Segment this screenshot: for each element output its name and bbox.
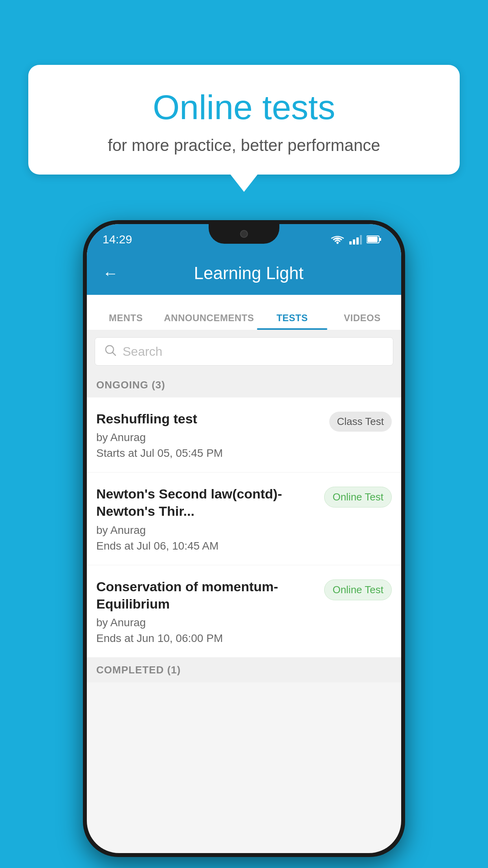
test-date-3: Ends at Jun 10, 06:00 PM [96,632,316,645]
ongoing-label: ONGOING (3) [96,379,165,391]
svg-rect-1 [349,241,352,245]
svg-line-9 [113,353,116,355]
svg-rect-6 [380,238,381,241]
phone-screen: 14:29 [87,224,401,853]
promo-subtitle: for more practice, better performance [48,136,440,155]
test-badge-2: Online Test [324,487,392,508]
test-list: Reshuffling test by Anurag Starts at Jul… [87,397,401,658]
tab-announcements[interactable]: ANNOUNCEMENTS [161,313,257,330]
signal-icon [349,234,362,245]
completed-section-header: COMPLETED (1) [87,658,401,682]
phone-mockup: 14:29 [83,220,405,857]
status-time: 14:29 [103,233,132,246]
test-item-3[interactable]: Conservation of momentum-Equilibrium by … [87,565,401,658]
test-title-2: Newton's Second law(contd)-Newton's Thir… [96,485,316,520]
svg-point-0 [337,242,339,244]
test-badge-1: Class Test [329,412,392,432]
search-container: Search [87,330,401,373]
test-info-1: Reshuffling test by Anurag Starts at Jul… [96,410,329,460]
promo-card: Online tests for more practice, better p… [28,65,460,175]
svg-rect-4 [360,235,362,245]
test-title-3: Conservation of momentum-Equilibrium [96,578,316,612]
battery-icon [367,235,382,244]
test-author-1: by Anurag [96,431,321,444]
status-icons [330,234,382,245]
wifi-icon [330,234,345,245]
completed-label: COMPLETED (1) [96,664,181,676]
svg-rect-2 [353,239,355,245]
test-date-2: Ends at Jul 06, 10:45 AM [96,540,316,552]
notch [209,224,279,244]
svg-point-8 [106,346,114,353]
test-badge-3: Online Test [324,579,392,600]
tab-ments[interactable]: MENTS [91,313,161,330]
phone-frame: 14:29 [83,220,405,857]
test-date-1: Starts at Jul 05, 05:45 PM [96,447,321,460]
test-author-2: by Anurag [96,524,316,537]
svg-rect-3 [356,237,359,245]
test-title-1: Reshuffling test [96,410,321,427]
test-item-2[interactable]: Newton's Second law(contd)-Newton's Thir… [87,473,401,565]
screen-title: Learning Light [132,263,366,283]
tabs-bar: MENTS ANNOUNCEMENTS TESTS VIDEOS [87,295,401,330]
search-bar[interactable]: Search [95,337,393,366]
test-info-2: Newton's Second law(contd)-Newton's Thir… [96,485,324,552]
test-item-1[interactable]: Reshuffling test by Anurag Starts at Jul… [87,397,401,473]
svg-rect-7 [367,237,378,242]
test-author-3: by Anurag [96,616,316,629]
test-info-3: Conservation of momentum-Equilibrium by … [96,578,324,645]
promo-title: Online tests [48,88,440,127]
search-input-placeholder[interactable]: Search [123,344,162,359]
tab-tests[interactable]: TESTS [257,313,327,330]
ongoing-section-header: ONGOING (3) [87,373,401,397]
top-navigation-bar: ← Learning Light [87,252,401,295]
tab-videos[interactable]: VIDEOS [327,313,397,330]
search-icon [105,344,116,359]
camera [240,230,248,238]
back-button[interactable]: ← [99,261,122,286]
